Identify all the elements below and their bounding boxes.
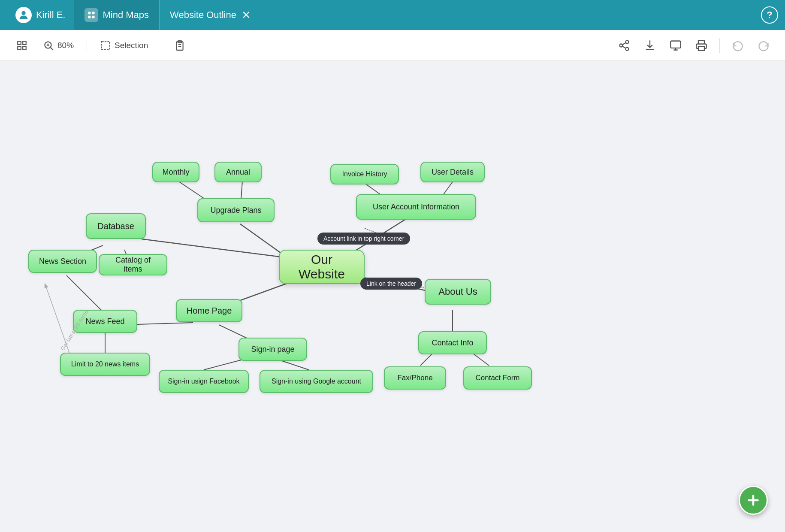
- svg-line-45: [472, 353, 489, 366]
- svg-line-34: [66, 275, 105, 314]
- share-button[interactable]: [613, 36, 635, 55]
- node-about-us[interactable]: About Us: [425, 279, 491, 305]
- toolbar-divider-3: [719, 38, 720, 53]
- node-monthly[interactable]: Monthly: [152, 162, 199, 182]
- node-upgrade-plans[interactable]: Upgrade Plans: [197, 198, 275, 222]
- svg-point-20: [626, 47, 629, 50]
- user-name: Kirill E.: [36, 9, 65, 21]
- zoom-label: 80%: [57, 41, 74, 50]
- svg-rect-3: [88, 16, 91, 18]
- add-icon: [746, 493, 761, 508]
- node-contact-form[interactable]: Contact Form: [463, 366, 532, 390]
- toolbar: 80% Selection: [0, 30, 785, 61]
- selection-button[interactable]: Selection: [94, 36, 154, 54]
- toolbar-divider-2: [161, 38, 161, 53]
- close-tab-button[interactable]: ✕: [242, 9, 251, 22]
- svg-rect-6: [23, 41, 26, 45]
- svg-rect-13: [101, 41, 110, 50]
- download-icon: [644, 39, 656, 51]
- selection-label: Selection: [115, 41, 148, 50]
- svg-rect-23: [670, 41, 680, 48]
- fit-button[interactable]: [10, 36, 33, 54]
- toolbar-divider-1: [87, 38, 87, 53]
- zoom-button[interactable]: 80%: [37, 36, 80, 54]
- node-news-section[interactable]: News Section: [28, 250, 97, 273]
- clipboard-icon: [174, 40, 185, 51]
- help-label: ?: [767, 9, 772, 21]
- node-signin-google[interactable]: Sign-in using Google account: [260, 370, 373, 393]
- zoom-icon: [43, 40, 54, 51]
- app-name-label: Mind Maps: [103, 9, 149, 21]
- svg-line-44: [420, 353, 433, 366]
- undo-button[interactable]: [727, 36, 749, 55]
- add-node-button[interactable]: [739, 486, 768, 515]
- svg-rect-24: [698, 46, 704, 50]
- toolbar-right: [613, 36, 775, 55]
- user-profile[interactable]: Kirill E.: [7, 0, 74, 30]
- svg-line-10: [51, 47, 53, 50]
- active-tab[interactable]: Website Outline ✕: [160, 0, 261, 30]
- redo-icon: [758, 39, 770, 51]
- help-button[interactable]: ?: [761, 6, 778, 24]
- node-catalog[interactable]: Catalog of items: [99, 254, 167, 275]
- monitor-button[interactable]: [664, 36, 687, 55]
- fit-icon: [16, 40, 27, 51]
- connection-lines: [0, 61, 785, 532]
- svg-point-0: [21, 11, 25, 15]
- print-button[interactable]: [690, 36, 713, 55]
- node-our-website[interactable]: Our Website: [279, 250, 365, 284]
- svg-point-18: [626, 40, 629, 43]
- node-signin-page[interactable]: Sign-in page: [239, 338, 307, 361]
- node-user-account[interactable]: User Account Information: [356, 194, 476, 220]
- clipboard-button[interactable]: [168, 36, 191, 54]
- download-button[interactable]: [639, 36, 661, 55]
- share-icon: [618, 39, 630, 51]
- tab-title: Website Outline: [170, 9, 236, 21]
- svg-point-19: [620, 44, 623, 47]
- node-fax-phone[interactable]: Fax/Phone: [384, 366, 446, 390]
- node-home-page[interactable]: Home Page: [176, 299, 242, 322]
- redo-button[interactable]: [752, 36, 775, 55]
- svg-rect-7: [18, 46, 21, 50]
- undo-icon: [732, 39, 744, 51]
- node-contact-info[interactable]: Contact Info: [418, 331, 487, 354]
- monitor-icon: [670, 39, 682, 51]
- svg-rect-5: [18, 41, 21, 45]
- account-label: Account link in top right corner: [317, 233, 410, 245]
- svg-rect-2: [92, 12, 95, 15]
- header: Kirill E. Mind Maps Website Outline ✕ ?: [0, 0, 785, 30]
- print-icon: [695, 39, 707, 51]
- node-invoice-history[interactable]: Invoice History: [330, 164, 399, 184]
- node-user-details[interactable]: User Details: [420, 162, 485, 182]
- mind-map-canvas[interactable]: Our Website Upgrade Plans Monthly Annual…: [0, 61, 785, 532]
- selection-icon: [100, 40, 111, 51]
- mindmaps-tab[interactable]: Mind Maps: [74, 0, 160, 30]
- mindmap-icon: [85, 8, 98, 22]
- node-limit-news[interactable]: Limit to 20 news items: [60, 353, 150, 376]
- node-signin-facebook[interactable]: Sign-in usign Facebook: [159, 370, 249, 393]
- node-annual[interactable]: Annual: [214, 162, 262, 182]
- svg-line-21: [622, 46, 626, 48]
- svg-rect-8: [23, 46, 26, 50]
- svg-line-22: [622, 42, 626, 45]
- svg-rect-4: [92, 16, 95, 18]
- svg-line-40: [204, 359, 245, 370]
- avatar-icon: [15, 7, 32, 23]
- node-database[interactable]: Database: [86, 213, 146, 239]
- link-header-label: Link on the header: [360, 278, 422, 290]
- svg-rect-1: [88, 12, 91, 15]
